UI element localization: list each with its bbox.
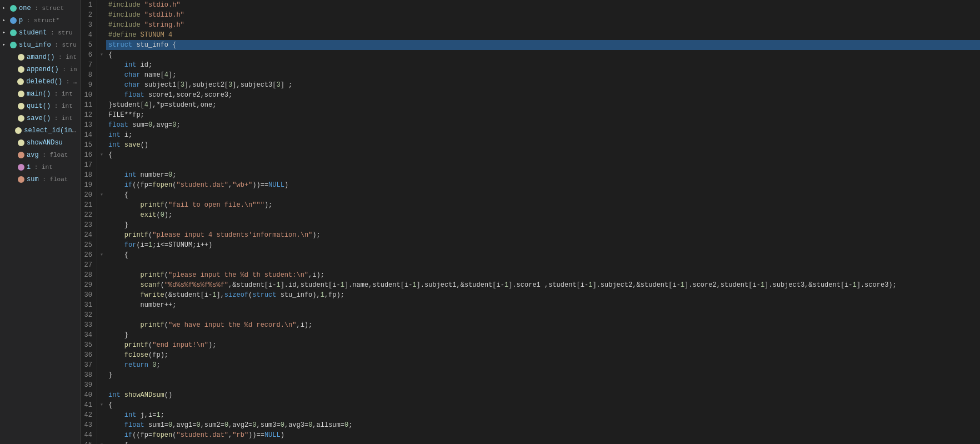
code-line[interactable]: #include "string.h" [106, 20, 980, 30]
code-line[interactable]: int j,i=1; [106, 410, 980, 420]
line-number: 12 [83, 110, 92, 120]
code-line[interactable]: fwrite(&student[i-1],sizeof(struct stu_i… [106, 290, 980, 300]
line-number: 35 [83, 340, 92, 350]
line-number: 39 [83, 380, 92, 390]
code-line[interactable]: { [106, 400, 980, 410]
sidebar-item-main[interactable]: main() : int [0, 88, 80, 100]
fold-button [97, 390, 106, 400]
expand-icon: ▸ [2, 28, 10, 38]
line-number: 33 [83, 320, 92, 330]
code-line[interactable]: int showANDsum() [106, 390, 980, 400]
expand-icon: ▸ [2, 40, 10, 50]
code-line[interactable]: { [106, 50, 980, 60]
sidebar-item-save[interactable]: save() : int [0, 112, 80, 124]
code-line[interactable]: { [106, 190, 980, 200]
line-number: 1 [83, 0, 92, 10]
code-line[interactable]: return 0; [106, 360, 980, 370]
fold-button [97, 40, 106, 50]
code-line[interactable]: #include "stdlib.h" [106, 10, 980, 20]
code-line[interactable] [106, 380, 980, 390]
code-line[interactable]: printf("please input 4 students'informat… [106, 230, 980, 240]
code-line[interactable]: for(i=1;i<=STUNUM;i++) [106, 240, 980, 250]
code-line[interactable]: } [106, 330, 980, 340]
sidebar-item-sum[interactable]: sum : float [0, 173, 80, 186]
code-line[interactable]: scanf("%d%s%f%s%f%s%f",&student[i-1].id,… [106, 280, 980, 290]
code-line[interactable]: } [106, 370, 980, 380]
code-line[interactable]: number++; [106, 300, 980, 310]
line-number: 25 [83, 240, 92, 250]
func-icon [17, 78, 24, 85]
code-line[interactable]: int id; [106, 60, 980, 70]
line-number: 30 [83, 290, 92, 300]
fold-button [97, 0, 106, 10]
code-line[interactable]: printf("fail to open file.\n"""); [106, 200, 980, 210]
code-line[interactable]: { [106, 150, 980, 160]
sidebar-item-label: deleted() : in [26, 77, 78, 87]
fold-button [97, 220, 106, 230]
line-number: 41 [83, 400, 92, 410]
code-line[interactable]: { [106, 250, 980, 260]
sidebar-item-one[interactable]: ▸one : struct [0, 2, 80, 14]
struct-icon [10, 5, 17, 12]
line-number: 20 [83, 190, 92, 200]
fold-button[interactable]: ▾ [97, 150, 106, 160]
line-number: 28 [83, 270, 92, 280]
sidebar-item-append[interactable]: append() : in [0, 63, 80, 76]
line-number: 22 [83, 210, 92, 220]
sidebar-item-quit[interactable]: quit() : int [0, 100, 80, 112]
fold-button [97, 380, 106, 390]
code-line[interactable]: float sum1=0,avg1=0,sum2=0,avg2=0,sum3=0… [106, 420, 980, 430]
fold-button [97, 280, 106, 290]
sidebar-item-label: save() : int [27, 113, 73, 123]
sidebar-item-select_id[interactable]: select_id(int s : int [0, 124, 80, 137]
sidebar-item-i[interactable]: i : int [0, 161, 80, 173]
sidebar-item-stu_info[interactable]: ▸stu_info : stru [0, 39, 80, 51]
code-editor[interactable]: 1234567891011121314151617181920212223242… [81, 0, 980, 444]
code-line[interactable]: #define STUNUM 4 [106, 30, 980, 40]
code-line[interactable]: char subject1[3],subject2[3],subject3[3]… [106, 80, 980, 90]
fold-button [97, 20, 106, 30]
code-line[interactable]: float sum=0,avg=0; [106, 120, 980, 130]
fold-button[interactable]: ▾ [97, 250, 106, 260]
fold-button[interactable]: ▾ [97, 50, 106, 60]
sidebar-item-showANDsum[interactable]: showANDsu [0, 137, 80, 149]
code-line[interactable]: }student[4],*p=student,one; [106, 100, 980, 110]
code-line[interactable] [106, 160, 980, 170]
code-line[interactable]: exit(0); [106, 210, 980, 220]
func-icon [18, 103, 24, 109]
code-line[interactable]: printf("please input the %d th student:\… [106, 270, 980, 280]
float-icon [18, 176, 24, 183]
fold-button[interactable]: ▾ [97, 190, 106, 200]
sidebar-item-label: quit() : int [27, 101, 73, 111]
fold-button [97, 210, 106, 220]
code-line[interactable]: int number=0; [106, 170, 980, 180]
code-line[interactable] [106, 310, 980, 320]
code-line[interactable]: char name[4]; [106, 70, 980, 80]
sidebar-item-p[interactable]: ▸p : struct* [0, 14, 80, 27]
fold-button[interactable]: ▾ [97, 440, 106, 444]
line-number: 36 [83, 350, 92, 360]
sidebar-item-label: p : struct* [19, 16, 59, 26]
line-number: 2 [83, 10, 92, 20]
code-line[interactable]: if((fp=fopen("student.dat","rb"))==NULL) [106, 430, 980, 440]
code-line[interactable]: FILE**fp; [106, 110, 980, 120]
code-line[interactable]: struct stu_info { [106, 40, 980, 50]
code-line[interactable]: int save() [106, 140, 980, 150]
code-line[interactable]: if((fp=fopen("student.dat","wb+"))==NULL… [106, 180, 980, 190]
code-line[interactable]: #include "stdio.h" [106, 0, 980, 10]
code-line[interactable]: } [106, 220, 980, 230]
code-line[interactable]: printf("we have input the %d record.\n",… [106, 320, 980, 330]
sidebar-item-deleted[interactable]: deleted() : in [0, 76, 80, 88]
fold-button[interactable]: ▾ [97, 400, 106, 410]
code-line[interactable]: printf("end input!\n"); [106, 340, 980, 350]
code-line[interactable]: fclose(fp); [106, 350, 980, 360]
code-line[interactable]: int i; [106, 130, 980, 140]
code-line[interactable]: float score1,score2,score3; [106, 90, 980, 100]
sidebar-item-amand[interactable]: amand() : int [0, 51, 80, 63]
fold-button [97, 30, 106, 40]
code-line[interactable]: { [106, 440, 980, 444]
code-line[interactable] [106, 260, 980, 270]
sidebar-item-student[interactable]: ▸student : stru [0, 27, 80, 39]
sidebar-item-avg[interactable]: avg : float [0, 149, 80, 161]
fold-button [97, 60, 106, 70]
